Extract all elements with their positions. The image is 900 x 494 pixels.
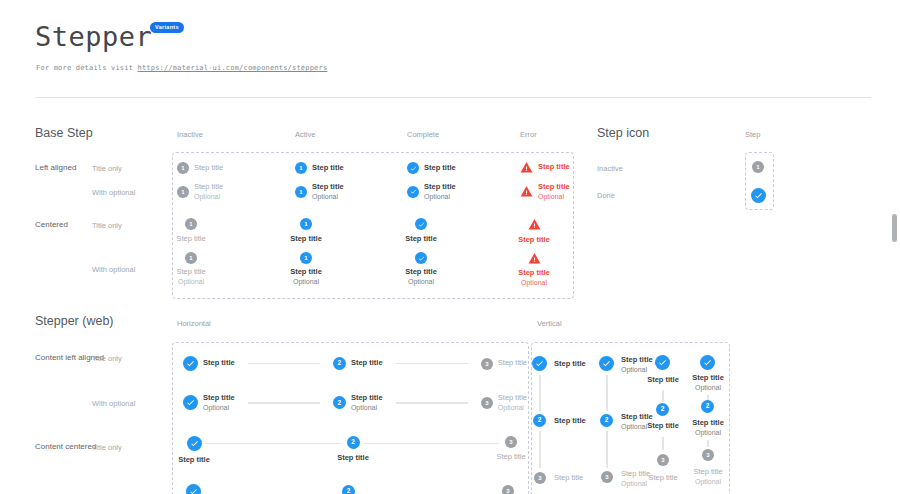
step-number-badge: 3 [502, 485, 514, 494]
optional-label: Optional [424, 193, 456, 201]
optional-label: Optional [408, 278, 434, 286]
row-label-left-aligned: Left aligned [35, 163, 76, 172]
warning-icon [528, 218, 541, 231]
step-title-label: Step title [678, 468, 738, 477]
step-number-badge: 2 [533, 414, 546, 427]
optional-label: Optional [521, 279, 547, 287]
connector-line [205, 443, 341, 445]
step-inactive-centered-optional: 1 Step titleOptional [156, 252, 226, 286]
column-header-horizontal: Horizontal [177, 319, 211, 328]
optional-label: Optional [678, 429, 738, 437]
scrollbar-thumb[interactable] [892, 214, 897, 242]
optional-label: Optional [351, 404, 383, 412]
step-active-centered: 1 Step title [271, 218, 341, 244]
step-title-label: Step title [538, 183, 570, 192]
horizontal-stepper-centered-step-1: Step title [164, 436, 224, 465]
step-title-label: Step title [312, 183, 344, 192]
step-number-badge: 1 [177, 162, 189, 174]
horizontal-stepper-with-optional: Step titleOptional 2 Step titleOptional … [183, 394, 527, 412]
step-number-badge: 3 [481, 358, 493, 370]
step-title-label: Step title [496, 453, 525, 462]
step-number-badge: 1 [300, 218, 312, 230]
check-icon [415, 252, 427, 264]
step-number-badge: 3 [505, 436, 517, 448]
step-title-label: Step title [176, 268, 205, 277]
step-icon-heading: Step icon [597, 126, 649, 140]
connector-line [662, 437, 664, 450]
state-label-done: Done [597, 191, 615, 200]
stepper-web-heading: Stepper (web) [35, 314, 114, 328]
row-label-centered: Centered [35, 220, 68, 229]
step-title-label: Step title [405, 235, 437, 244]
step-number-badge: 1 [185, 252, 197, 264]
connector-line [248, 402, 320, 404]
check-icon [183, 356, 198, 371]
connector-line [539, 375, 541, 411]
warning-icon [520, 161, 533, 174]
connector-line [606, 431, 608, 468]
connector-line [248, 363, 320, 365]
variant-label-with-optional: With optional [92, 265, 135, 274]
optional-label: Optional [621, 366, 653, 374]
step-number-badge: 1 [300, 252, 312, 264]
step-title-label: Step title [203, 394, 235, 403]
optional-label: Optional [498, 404, 527, 412]
step-number-badge: 2 [347, 436, 360, 449]
variant-label-title-only: Title only [92, 164, 122, 173]
optional-label: Optional [203, 404, 235, 412]
step-error-centered: Step title [499, 218, 569, 245]
check-icon [407, 186, 419, 198]
step-title-label: Step title [621, 356, 653, 365]
column-header-active: Active [295, 130, 315, 139]
step-title-label: Step title [518, 236, 550, 245]
connector-line [662, 390, 664, 402]
optional-label: Optional [194, 193, 223, 201]
warning-icon [520, 185, 533, 198]
step-number-badge: 1 [295, 162, 307, 174]
connector-line [606, 375, 608, 411]
step-title-label: Step title [351, 359, 383, 368]
check-icon [186, 484, 201, 494]
step-complete-centered: Step title [386, 218, 456, 244]
optional-label: Optional [312, 193, 344, 201]
step-number-badge: 3 [702, 449, 714, 461]
step-title-label: Step title [538, 163, 570, 172]
column-header-complete: Complete [407, 130, 439, 139]
page-title: Stepper [35, 21, 152, 52]
step-error-title-only: Step title [520, 161, 570, 174]
step-complete-title-only: Step title [407, 162, 456, 174]
step-active-with-optional: 1 Step titleOptional [295, 183, 344, 201]
step-title-label: Step title [194, 164, 223, 173]
optional-label: Optional [678, 384, 738, 392]
check-icon [599, 356, 614, 371]
horizontal-stepper-centered-step-3: 3 Step title [481, 436, 541, 462]
variant-label-with-optional: With optional [92, 399, 135, 408]
subtitle-text: For more details visit [36, 64, 138, 72]
column-header-vertical: Vertical [537, 319, 562, 328]
docs-link[interactable]: https://material-ui.com/components/stepp… [138, 64, 328, 72]
step-title-label: Step title [498, 359, 527, 368]
row-label-content-centered: Content centered [35, 442, 96, 451]
step-number-badge: 3 [601, 471, 613, 483]
variant-label-title-only: Title only [92, 221, 122, 230]
step-number-badge: 2 [656, 403, 669, 416]
check-icon [415, 218, 427, 230]
step-number-badge: 1 [185, 218, 197, 230]
connector-line [539, 431, 541, 468]
variants-badge: Variants [150, 22, 184, 33]
step-title-label: Step title [176, 235, 205, 244]
check-icon [407, 162, 419, 174]
optional-label: Optional [178, 278, 204, 286]
step-number-badge: 3 [657, 454, 669, 466]
step-active-title-only: 1 Step title [295, 162, 344, 174]
step-title-label: Step title [351, 394, 383, 403]
step-inactive-centered: 1 Step title [156, 218, 226, 244]
column-header-inactive: Inactive [177, 130, 203, 139]
step-number-badge: 2 [342, 485, 355, 494]
step-number-badge: 3 [481, 397, 493, 409]
optional-label: Optional [293, 278, 319, 286]
step-title-label: Step title [678, 374, 738, 383]
step-number-badge: 1 [752, 161, 764, 173]
step-error-with-optional: Step titleOptional [520, 183, 570, 201]
step-title-label: Step title [554, 474, 583, 483]
